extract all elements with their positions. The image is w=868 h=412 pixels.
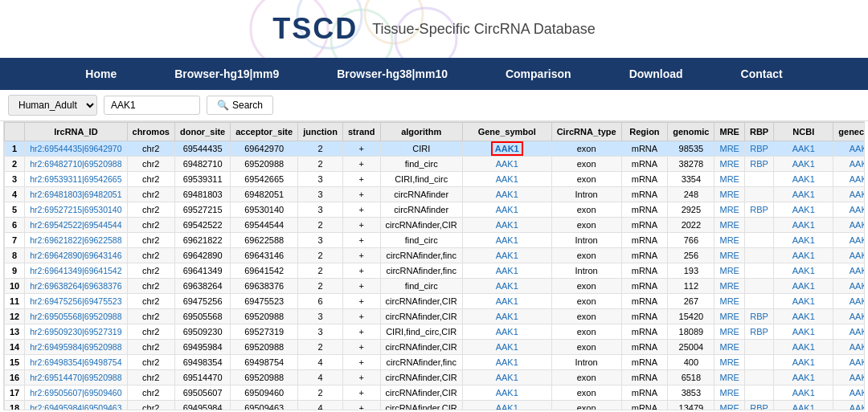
cell-acceptor: 69520988 xyxy=(231,370,298,385)
cell-genomic: 766 xyxy=(668,233,714,248)
cell-acceptor: 69542665 xyxy=(231,172,298,187)
col-genecards: genecards xyxy=(833,123,865,141)
cell-donor: 69514470 xyxy=(174,370,230,385)
table-row[interactable]: 14hr2:69495984|69520988chr26949598469520… xyxy=(5,340,866,355)
cell-genomic: 13479 xyxy=(668,401,714,411)
cell-genomic: 112 xyxy=(668,279,714,294)
table-header-row: lrcRNA_ID chromos donor_site acceptor_si… xyxy=(5,123,866,141)
cell-rbp: RBP xyxy=(744,401,773,411)
cell-ncbi: AAK1 xyxy=(774,172,833,187)
cell-num: 13 xyxy=(5,324,25,340)
table-row[interactable]: 9hr2:69641349|69641542chr269641349696415… xyxy=(5,263,866,279)
col-genomic: genomic xyxy=(668,123,714,141)
cell-chrom: chr2 xyxy=(127,218,174,233)
table-row[interactable]: 8hr2:69642890|69643146chr269642890696431… xyxy=(5,248,866,263)
cell-mre: MRE xyxy=(714,355,744,370)
table-row[interactable]: 5hr2:69527215|69530140chr269527215695301… xyxy=(5,202,866,218)
cell-junction: 3 xyxy=(298,187,343,202)
cell-type: Intron xyxy=(551,263,621,279)
cell-region: mRNA xyxy=(621,324,668,340)
cell-region: mRNA xyxy=(621,141,668,157)
cell-genecards: AAK1 xyxy=(833,187,865,202)
cell-region: mRNA xyxy=(621,218,668,233)
cell-ncbi: AAK1 xyxy=(774,233,833,248)
table-row[interactable]: 3hr2:69539311|69542665chr269539311695426… xyxy=(5,172,866,187)
cell-junction: 3 xyxy=(298,202,343,218)
cell-strand: + xyxy=(342,294,380,309)
nav-home[interactable]: Home xyxy=(56,58,145,90)
cell-acceptor: 69643146 xyxy=(231,248,298,263)
cell-type: exon xyxy=(551,141,621,157)
nav-comparison[interactable]: Comparison xyxy=(477,58,600,90)
cell-mre: MRE xyxy=(714,385,744,401)
table-row[interactable]: 10hr2:69638264|69638376chr26963826469638… xyxy=(5,279,866,294)
highlighted-gene[interactable]: AAK1 xyxy=(491,141,523,156)
cell-num: 7 xyxy=(5,233,25,248)
cell-region: mRNA xyxy=(621,279,668,294)
cell-acceptor: 69509460 xyxy=(231,385,298,401)
cell-gene: AAK1 xyxy=(462,309,551,324)
cell-junction: 3 xyxy=(298,172,343,187)
cell-mre: MRE xyxy=(714,202,744,218)
table-row[interactable]: 7hr2:69621822|69622588chr269621822696225… xyxy=(5,233,866,248)
cell-mre: MRE xyxy=(714,233,744,248)
cell-junction: 2 xyxy=(298,263,343,279)
toolbar: Human_Adult Human_Fetal Mouse_Adult 🔍 Se… xyxy=(0,90,868,121)
cell-type: Intron xyxy=(551,233,621,248)
cell-region: mRNA xyxy=(621,309,668,324)
cell-ncbi: AAK1 xyxy=(774,187,833,202)
cell-genomic: 2925 xyxy=(668,202,714,218)
search-button[interactable]: 🔍 Search xyxy=(207,96,273,115)
table-row[interactable]: 4hr2:69481803|69482051chr269481803694820… xyxy=(5,187,866,202)
cell-donor: 69498354 xyxy=(174,355,230,370)
cell-algo: CIRI,find_circ xyxy=(380,172,462,187)
cell-chrom: chr2 xyxy=(127,355,174,370)
table-row[interactable]: 6hr2:69542522|69544544chr269542522695445… xyxy=(5,218,866,233)
cell-strand: + xyxy=(342,263,380,279)
cell-rbp: RBP xyxy=(744,141,773,157)
cell-gene: AAK1 xyxy=(462,248,551,263)
site-logo: TSCD xyxy=(272,12,358,46)
table-row[interactable]: 16hr2:69514470|69520988chr26951447069520… xyxy=(5,370,866,385)
cell-genecards: AAK1 xyxy=(833,279,865,294)
cell-id: hr2:69621822|69622588 xyxy=(25,233,127,248)
cell-junction: 2 xyxy=(298,279,343,294)
cell-rbp xyxy=(744,233,773,248)
table-row[interactable]: 17hr2:69505607|69509460chr26950560769509… xyxy=(5,385,866,401)
table-row[interactable]: 11hr2:69475256|69475523chr26947525669475… xyxy=(5,294,866,309)
cell-ncbi: AAK1 xyxy=(774,202,833,218)
nav-download[interactable]: Download xyxy=(600,58,712,90)
table-row[interactable]: 13hr2:69509230|69527319chr26950923069527… xyxy=(5,324,866,340)
nav-contact[interactable]: Contact xyxy=(712,58,812,90)
table-row[interactable]: 12hr2:69505568|69520988chr26950556869520… xyxy=(5,309,866,324)
table-row[interactable]: 15hr2:69498354|69498754chr26949835469498… xyxy=(5,355,866,370)
cell-num: 3 xyxy=(5,172,25,187)
cell-region: mRNA xyxy=(621,385,668,401)
cell-ncbi: AAK1 xyxy=(774,355,833,370)
cell-mre: MRE xyxy=(714,157,744,172)
cell-gene: AAK1 xyxy=(462,385,551,401)
nav-browser-hg38[interactable]: Browser-hg38|mm10 xyxy=(308,58,477,90)
cell-gene: AAK1 xyxy=(462,218,551,233)
cell-algo: circRNAfinder,finc xyxy=(380,248,462,263)
cell-type: exon xyxy=(551,294,621,309)
cell-donor: 69495984 xyxy=(174,340,230,355)
table-row[interactable]: 18hr2:69495984|69509463chr26949598469509… xyxy=(5,401,866,411)
results-table-wrapper[interactable]: lrcRNA_ID chromos donor_site acceptor_si… xyxy=(3,121,865,410)
cell-rbp xyxy=(744,263,773,279)
main-nav: Home Browser-hg19|mm9 Browser-hg38|mm10 … xyxy=(0,58,868,90)
nav-browser-hg19[interactable]: Browser-hg19|mm9 xyxy=(145,58,308,90)
cell-strand: + xyxy=(342,355,380,370)
cell-id: hr2:69539311|69542665 xyxy=(25,172,127,187)
cell-id: hr2:69638264|69638376 xyxy=(25,279,127,294)
cell-algo: find_circ xyxy=(380,279,462,294)
cell-chrom: chr2 xyxy=(127,187,174,202)
table-row[interactable]: 2hr2:69482710|69520988chr269482710695209… xyxy=(5,157,866,172)
cell-mre: MRE xyxy=(714,324,744,340)
species-select[interactable]: Human_Adult Human_Fetal Mouse_Adult xyxy=(8,95,97,116)
cell-donor: 69544435 xyxy=(174,141,230,157)
search-input[interactable] xyxy=(104,96,200,115)
table-row[interactable]: 1hr2:69544435|69642970chr269544435696429… xyxy=(5,141,866,157)
cell-rbp: RBP xyxy=(744,202,773,218)
cell-genecards: AAK1 xyxy=(833,172,865,187)
